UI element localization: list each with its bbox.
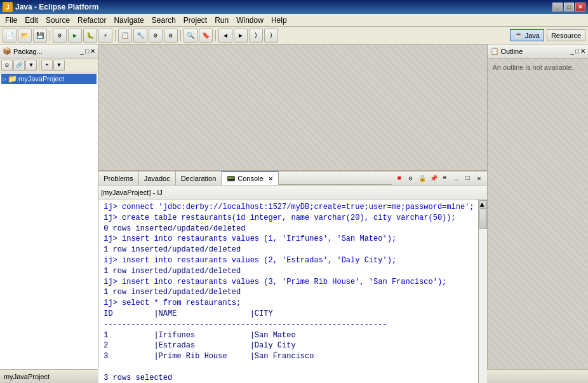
- package-explorer-icon: 📦: [3, 47, 11, 55]
- outline-header-buttons: _ □ ✕: [570, 48, 585, 55]
- console-close-btn[interactable]: ✕: [474, 173, 484, 184]
- console-wrapper: ij> connect 'jdbc:derby://localhost:1527…: [98, 199, 486, 383]
- console-tab-icon: 📟: [227, 175, 236, 183]
- console-clear-btn[interactable]: ⊘: [406, 173, 416, 184]
- resource-perspective-label: Resource: [551, 32, 581, 39]
- center-area: Problems Javadoc Declaration 📟 Console ✕…: [98, 44, 486, 369]
- toolbar-back[interactable]: ◀: [218, 29, 232, 43]
- window-title: Java - Eclipse Platform: [15, 3, 98, 11]
- panel-minimize-button[interactable]: _: [81, 48, 84, 55]
- menu-window[interactable]: Window: [232, 15, 267, 26]
- toolbar-save[interactable]: 💾: [33, 29, 47, 43]
- menu-bar: File Edit Source Refactor Navigate Searc…: [0, 14, 588, 27]
- console-row-3: 3 |Prime Rib House |San Francisco: [104, 351, 474, 362]
- toolbar-next[interactable]: ⟩: [264, 29, 278, 43]
- console-line-10: ij> select * from restaurants;: [104, 298, 474, 309]
- title-bar: J Java - Eclipse Platform _ □ ✕: [0, 0, 588, 14]
- menu-search[interactable]: Search: [148, 15, 180, 26]
- maximize-button[interactable]: □: [564, 3, 574, 11]
- window-controls: _ □ ✕: [552, 3, 585, 11]
- resource-perspective[interactable]: Resource: [547, 29, 585, 41]
- package-explorer-panel: 📦 Packag... _ □ ✕ ⊟ 🔗 ▼ + ▼ ▷ 📁 myJavaPr…: [0, 44, 98, 369]
- menu-navigate[interactable]: Navigate: [110, 15, 147, 26]
- panel-close-button[interactable]: ✕: [90, 48, 95, 55]
- java-perspective[interactable]: ☕ Java: [510, 29, 544, 41]
- console-pin[interactable]: 📌: [429, 173, 439, 184]
- console-min[interactable]: _: [451, 173, 462, 184]
- console-stop-btn[interactable]: ■: [394, 173, 404, 184]
- menu-file[interactable]: File: [1, 15, 21, 26]
- pe-link-editor[interactable]: 🔗: [13, 60, 25, 71]
- menu-project[interactable]: Project: [180, 15, 211, 26]
- toolbar-btn3[interactable]: 📋: [118, 29, 132, 43]
- package-explorer-header: 📦 Packag... _ □ ✕: [0, 44, 98, 58]
- main-layout: 📦 Packag... _ □ ✕ ⊟ 🔗 ▼ + ▼ ▷ 📁 myJavaPr…: [0, 44, 588, 369]
- console-line-5: 1 row inserted/updated/deleted: [104, 245, 474, 255]
- tab-problems-label: Problems: [104, 175, 133, 182]
- pe-add[interactable]: +: [41, 60, 53, 71]
- console-table-header: ID |NAME |CITY: [104, 309, 474, 319]
- toolbar-debug[interactable]: 🐛: [83, 29, 97, 43]
- package-explorer-content: ▷ 📁 myJavaProject: [0, 72, 98, 369]
- main-toolbar: 📄 📂 💾 ⚙ ▶ 🐛 ⚡ 📋 🔧 ⚙ ⚙ 🔍 🔖 ◀ ▶ ⟩ ⟩ ☕ Java…: [0, 27, 588, 44]
- pe-filter[interactable]: ▼: [53, 60, 65, 71]
- toolbar-btn4[interactable]: 🔧: [133, 29, 147, 43]
- console-max[interactable]: □: [463, 173, 473, 184]
- tab-javadoc[interactable]: Javadoc: [139, 171, 176, 185]
- tab-problems[interactable]: Problems: [98, 171, 138, 185]
- toolbar-btn5[interactable]: ⚙: [149, 29, 163, 43]
- toolbar-search[interactable]: 🔍: [184, 29, 197, 43]
- console-line-1: ij> connect 'jdbc:derby://localhost:1527…: [104, 202, 474, 213]
- console-scroll-lock[interactable]: 🔒: [417, 173, 427, 184]
- toolbar-open[interactable]: 📂: [18, 29, 32, 43]
- tab-declaration[interactable]: Declaration: [176, 171, 222, 185]
- toolbar-run-config[interactable]: ⚙: [53, 29, 67, 43]
- outline-message: An outline is not available.: [493, 64, 574, 71]
- console-scrollbar-v[interactable]: ▲ ▼: [478, 199, 487, 383]
- scroll-up-arrow[interactable]: ▲: [479, 200, 487, 209]
- project-tree-item[interactable]: ▷ 📁 myJavaProject: [1, 74, 97, 84]
- toolbar-run[interactable]: ▶: [68, 29, 82, 43]
- console-row-1: 1 |Irifunes |San Mateo: [104, 330, 474, 341]
- console-title-label: [myJavaProject] - IJ: [101, 189, 163, 196]
- scroll-thumb[interactable]: [479, 210, 487, 229]
- toolbar-last[interactable]: ⟩: [249, 29, 263, 43]
- toolbar-btn6[interactable]: ⚙: [164, 29, 178, 43]
- console-line-3: 0 rows inserted/updated/deleted: [104, 224, 474, 234]
- pe-collapse-all[interactable]: ⊟: [1, 60, 13, 71]
- minimize-button[interactable]: _: [552, 3, 563, 11]
- toolbar-debug2[interactable]: ⚡: [98, 29, 112, 43]
- panel-maximize-button[interactable]: □: [85, 48, 89, 55]
- toolbar-new[interactable]: 📄: [3, 29, 17, 43]
- pe-menu[interactable]: ▼: [25, 60, 37, 71]
- outline-content: An outline is not available.: [488, 58, 589, 369]
- outline-close-btn[interactable]: ✕: [580, 48, 585, 55]
- menu-run[interactable]: Run: [211, 15, 232, 26]
- package-explorer-toolbar: ⊟ 🔗 ▼ + ▼: [0, 58, 98, 72]
- toolbar-forward[interactable]: ▶: [234, 29, 248, 43]
- pe-sep: [39, 60, 39, 71]
- console-output[interactable]: ij> connect 'jdbc:derby://localhost:1527…: [98, 199, 486, 383]
- app-icon: J: [3, 2, 13, 12]
- tab-console[interactable]: 📟 Console ✕: [222, 171, 278, 185]
- tab-console-close[interactable]: ✕: [268, 175, 273, 182]
- menu-edit[interactable]: Edit: [21, 15, 42, 26]
- java-perspective-icon: ☕: [514, 31, 523, 39]
- panel-header-buttons: _ □ ✕: [81, 48, 96, 55]
- outline-minimize-btn[interactable]: _: [570, 48, 574, 55]
- console-line-7: 1 row inserted/updated/deleted: [104, 266, 474, 277]
- menu-refactor[interactable]: Refactor: [74, 15, 110, 26]
- toolbar-bookmark[interactable]: 🔖: [199, 29, 213, 43]
- tab-filler: [279, 172, 392, 185]
- close-button[interactable]: ✕: [575, 3, 585, 11]
- console-line-4: ij> insert into restaurants values (1, '…: [104, 234, 474, 245]
- menu-help[interactable]: Help: [267, 15, 291, 26]
- console-toolbar: [myJavaProject] - IJ: [98, 185, 486, 199]
- console-line-2: ij> create table restaurants(id integer,…: [104, 213, 474, 224]
- console-menu[interactable]: ≡: [440, 173, 450, 184]
- toolbar-sep2: [115, 30, 116, 41]
- outline-maximize-btn[interactable]: □: [575, 48, 579, 55]
- menu-source[interactable]: Source: [42, 15, 74, 26]
- java-perspective-label: Java: [525, 32, 540, 39]
- project-icon: 📁: [8, 74, 17, 83]
